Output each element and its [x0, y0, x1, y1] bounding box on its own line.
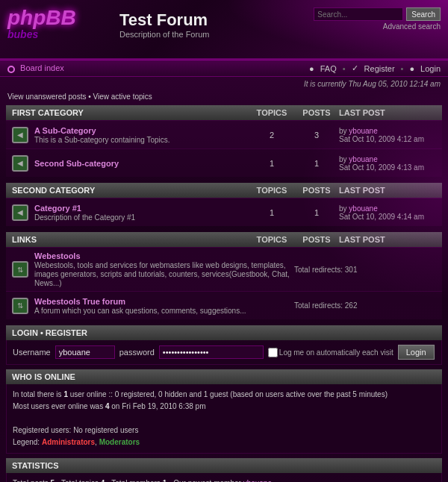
stats-text4: • Our newest member: [167, 479, 243, 482]
admin-legend: Administrators: [42, 438, 95, 446]
cat-links-name: LINKS: [12, 235, 249, 244]
newest-member-link[interactable]: ybouane: [243, 479, 272, 482]
logo-phpbb: phpBB: [7, 7, 76, 28]
online-text5: Registered users: No registered users: [13, 426, 138, 434]
nav-sep1: •: [343, 64, 346, 73]
cat-second-topics-hdr: TOPICS: [249, 186, 294, 195]
forum-topics: 1: [249, 159, 294, 168]
forum-posts: 1: [294, 208, 339, 217]
forum-desc: Webestools, tools and services for webma…: [34, 261, 290, 287]
forum-redirect: Total redirects: 262: [294, 301, 436, 310]
category-links: LINKS TOPICS POSTS LAST POST ⇅ Webestool…: [6, 232, 442, 319]
forum-title-block: Test Forum Description of the Forum: [119, 10, 209, 39]
mod-legend: Moderators: [99, 438, 140, 446]
forum-icon: ⇅: [12, 298, 28, 314]
autologin-checkbox[interactable]: [268, 348, 278, 357]
forum-desc: Description of the Forum: [119, 30, 209, 39]
category-second-header: SECOND CATEGORY TOPICS POSTS LAST POST: [6, 183, 442, 198]
online-text4: on Fri Feb 19, 2010 6:38 pm: [110, 402, 206, 410]
cat-second-last-hdr: LAST POST: [339, 186, 436, 195]
login-button[interactable]: Login: [398, 345, 435, 360]
forum-row: ◀ A Sub-Category This is a Sub-category …: [6, 120, 442, 148]
search-input[interactable]: [314, 7, 403, 21]
forum-info: Second Sub-category: [34, 159, 249, 168]
online-text2: user online :: 0 registered, 0 hidden an…: [68, 390, 388, 398]
forum-topics: 2: [249, 131, 294, 140]
forum-desc: This is a Sub-category containing Topics…: [34, 136, 170, 144]
last-post-author[interactable]: ybouane: [349, 204, 377, 213]
forum-desc: Description of the Category #1: [34, 213, 135, 222]
unanswered-link[interactable]: View unanswered posts: [7, 93, 86, 101]
forum-row: ⇅ Webestools True forum A forum which yo…: [6, 291, 442, 319]
last-post-author[interactable]: ybouane: [349, 127, 377, 135]
search-button[interactable]: Search: [406, 7, 441, 21]
login-header: LOGIN • REGISTER: [6, 325, 442, 340]
cat-columns-second: SECOND CATEGORY TOPICS POSTS LAST POST: [12, 186, 436, 195]
view-links: View unanswered posts • View active topi…: [0, 91, 448, 105]
home-icon: [7, 66, 15, 73]
last-post-time: Sat Oct 10, 2009 4:12 am: [339, 135, 436, 143]
category-links-header: LINKS TOPICS POSTS LAST POST: [6, 232, 442, 247]
login-link[interactable]: Login: [420, 64, 441, 73]
cat-first-posts-hdr: POSTS: [294, 108, 339, 117]
nav-register-icon: ✓: [352, 63, 358, 73]
forum-icon: ◀: [12, 155, 28, 172]
forum-info: Category #1 Description of the Category …: [34, 204, 249, 222]
main-content: It is currently Thu Aug 05, 2010 12:14 a…: [0, 77, 448, 482]
forum-name-link[interactable]: A Sub-Category: [34, 126, 96, 135]
last-post-author[interactable]: ybouane: [349, 155, 377, 163]
cat-first-last-hdr: LAST POST: [339, 108, 436, 117]
nav-login-icon: ●: [409, 64, 414, 73]
online-header: WHO IS ONLINE: [6, 369, 442, 384]
search-area: Search Advanced search: [314, 7, 441, 31]
password-input[interactable]: [159, 345, 264, 359]
forum-icon: ◀: [12, 204, 28, 221]
online-text3: Most users ever online was: [13, 402, 105, 410]
forum-redirect: Total redirects: 301: [294, 266, 436, 274]
forum-name-link[interactable]: Webestools True forum: [34, 297, 125, 306]
logo-sub: bubes: [7, 28, 76, 40]
forum-row: ◀ Category #1 Description of the Categor…: [6, 198, 442, 226]
category-second: SECOND CATEGORY TOPICS POSTS LAST POST ◀…: [6, 183, 442, 226]
stats-text2: • Total topics: [55, 479, 101, 482]
forum-name-link[interactable]: Category #1: [34, 204, 81, 213]
stats-section: STATISTICS Total posts 5 • Total topics …: [6, 458, 442, 482]
login-section: LOGIN • REGISTER Username password Log m…: [6, 325, 442, 365]
forum-topics: 1: [249, 208, 294, 217]
forum-last-post: by ybouane Sat Oct 10, 2009 4:13 am: [339, 155, 436, 172]
cat-columns-links: LINKS TOPICS POSTS LAST POST: [12, 235, 436, 244]
nav-links: ● FAQ • ✓ Register • ● Login: [309, 63, 441, 73]
password-label: password: [119, 348, 155, 357]
forum-row: ◀ Second Sub-category 1 1 by ybouane Sat…: [6, 148, 442, 177]
nav-sep2: •: [401, 64, 404, 73]
nav-faq-icon: ●: [309, 64, 314, 73]
cat-second-posts-hdr: POSTS: [294, 186, 339, 195]
home-link[interactable]: Board index: [20, 63, 64, 72]
forum-name-link[interactable]: Second Sub-category: [34, 159, 119, 168]
advanced-search-link[interactable]: Advanced search: [383, 22, 441, 31]
autologin-label: Log me on automatically each visit: [268, 348, 393, 357]
cat-links-last-hdr: LAST POST: [339, 235, 436, 244]
register-link[interactable]: Register: [364, 64, 395, 73]
cat-second-name: SECOND CATEGORY: [12, 186, 249, 195]
forum-posts: 3: [294, 131, 339, 140]
login-body: Username password Log me on automaticall…: [6, 340, 442, 365]
forum-title: Test Forum: [119, 10, 209, 30]
username-label: Username: [13, 348, 51, 357]
forum-icon: ◀: [12, 127, 28, 143]
username-input[interactable]: [55, 345, 115, 359]
cat-links-topics-hdr: TOPICS: [249, 235, 294, 244]
stats-header: STATISTICS: [6, 458, 442, 473]
forum-info: A Sub-Category This is a Sub-category co…: [34, 126, 249, 144]
forum-name-link[interactable]: Webestools: [34, 251, 81, 260]
online-legend-label: Legend:: [13, 438, 40, 446]
stats-text1: Total posts: [13, 479, 51, 482]
faq-link[interactable]: FAQ: [320, 64, 337, 73]
forum-info: Webestools True forum A forum which you …: [34, 297, 294, 315]
category-first: FIRST CATEGORY TOPICS POSTS LAST POST ◀ …: [6, 105, 442, 177]
active-link[interactable]: View active topics: [93, 93, 152, 101]
forum-last-post: by ybouane Sat Oct 10, 2009 4:14 am: [339, 204, 436, 221]
cat-links-posts-hdr: POSTS: [294, 235, 339, 244]
navbar: Board index ● FAQ • ✓ Register • ● Login: [0, 60, 448, 77]
forum-posts: 1: [294, 159, 339, 168]
